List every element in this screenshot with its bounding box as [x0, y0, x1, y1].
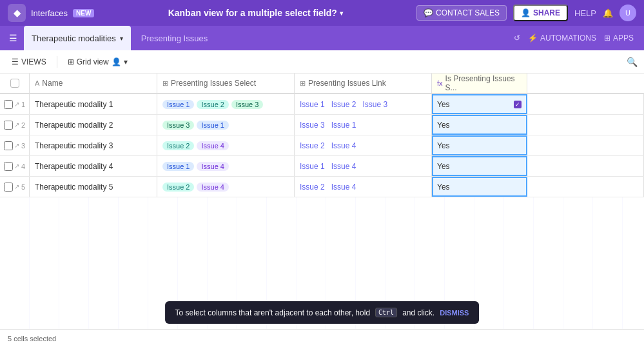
select-tag: Issue 1 [162, 162, 194, 171]
select-tag: Issue 1 [162, 100, 194, 109]
tab-bar: ☰ Therapeutic modalities ▾ Presenting Is… [0, 26, 644, 50]
link-tag[interactable]: Issue 2 [300, 183, 325, 192]
users-icon: 👤 [112, 57, 121, 66]
toast-dismiss-button[interactable]: DISMISS [440, 309, 469, 317]
automations-button[interactable]: ⚡ AUTOMATIONS [528, 34, 596, 43]
cell-link-tags[interactable]: Issue 3Issue 1 [295, 115, 432, 135]
cell-formula[interactable]: Yes ✓ [432, 94, 527, 114]
link-tag[interactable]: Issue 1 [300, 162, 325, 171]
expand-row-icon[interactable]: ↗ [14, 142, 19, 149]
cell-selected-indicator: ✓ [514, 101, 522, 108]
views-button[interactable]: ☰ VIEWS [6, 55, 52, 69]
cell-name[interactable]: Therapeutic modality 5 [30, 177, 157, 197]
grid-header: A Name ⊞ Presenting Issues Select ⊞ Pres… [0, 74, 644, 94]
link-tag[interactable]: Issue 3 [300, 121, 325, 130]
help-button[interactable]: HELP [574, 8, 596, 18]
top-nav: ◆ Interfaces NEW Kanban view for a multi… [0, 0, 644, 26]
select-tag: Issue 2 [162, 141, 194, 150]
select-tag: Issue 3 [162, 121, 194, 130]
title-dropdown-icon[interactable]: ▾ [340, 10, 343, 17]
header-extra-col [527, 74, 644, 93]
cell-select-tags[interactable]: Issue 2Issue 4 [157, 177, 295, 197]
cells-selected-text: 5 cells selected [8, 335, 56, 342]
status-bar: 5 cells selected [0, 329, 644, 347]
cell-extra [527, 135, 644, 155]
page-title: Kanban view for a multiple select field?… [99, 8, 411, 18]
header-checkbox-col[interactable] [0, 74, 30, 93]
tab-bar-right: ↺ ⚡ AUTOMATIONS ⊞ APPS [218, 26, 639, 50]
toolbar-divider [57, 56, 57, 68]
new-badge: NEW [73, 9, 94, 17]
contact-sales-button[interactable]: 💬 CONTACT SALES [416, 5, 507, 21]
header-select-col[interactable]: ⊞ Presenting Issues Select [157, 74, 295, 93]
link-tag[interactable]: Issue 1 [300, 100, 325, 109]
row-checkbox[interactable] [4, 121, 13, 130]
toolbar-right: 🔍 [138, 57, 638, 67]
link-tag[interactable]: Issue 2 [300, 141, 325, 150]
link-tag[interactable]: Issue 4 [331, 141, 356, 150]
cell-select-tags[interactable]: Issue 1Issue 4 [157, 156, 295, 176]
tab-presenting-issues[interactable]: Presenting Issues [133, 26, 215, 50]
row-checkbox[interactable] [4, 100, 13, 109]
cell-link-tags[interactable]: Issue 2Issue 4 [295, 177, 432, 197]
toolbar: ☰ VIEWS ⊞ Grid view 👤 ▾ 🔍 [0, 50, 644, 74]
nav-right-actions: 💬 CONTACT SALES 👤 SHARE HELP 🔔 U [416, 5, 636, 21]
cell-name[interactable]: Therapeutic modality 1 [30, 94, 157, 114]
select-all-checkbox[interactable] [10, 79, 19, 88]
search-button[interactable]: 🔍 [627, 57, 638, 67]
cell-link-tags[interactable]: Issue 2Issue 4 [295, 135, 432, 155]
cell-link-tags[interactable]: Issue 1Issue 2Issue 3 [295, 94, 432, 114]
link-tag[interactable]: Issue 3 [362, 100, 387, 109]
notifications-icon[interactable]: 🔔 [603, 8, 613, 18]
tab-therapeutic-modalities[interactable]: Therapeutic modalities ▾ [24, 26, 131, 50]
cell-extra [527, 115, 644, 135]
expand-row-icon[interactable]: ↗ [14, 183, 19, 190]
link-tag[interactable]: Issue 2 [331, 100, 356, 109]
dropdown-arrow-icon: ▾ [124, 57, 128, 66]
row-checkbox[interactable] [4, 141, 13, 150]
cell-name[interactable]: Therapeutic modality 3 [30, 135, 157, 155]
share-button[interactable]: 👤 SHARE [513, 5, 568, 21]
hamburger-button[interactable]: ☰ [5, 30, 21, 46]
cell-name[interactable]: Therapeutic modality 4 [30, 156, 157, 176]
user-avatar[interactable]: U [620, 5, 636, 21]
link-tag[interactable]: Issue 4 [331, 162, 356, 171]
cell-formula[interactable]: Yes [432, 135, 527, 155]
toast-message: To select columns that aren't adjacent t… [175, 308, 370, 317]
header-name-col[interactable]: A Name [30, 74, 157, 93]
cell-link-tags[interactable]: Issue 1Issue 4 [295, 156, 432, 176]
select-tag: Issue 4 [197, 141, 228, 150]
grid-view-button[interactable]: ⊞ Grid view 👤 ▾ [63, 55, 133, 69]
select-tag: Issue 2 [197, 100, 228, 109]
row-number: ↗ 5 [0, 177, 30, 197]
select-tag: Issue 2 [162, 183, 194, 192]
link-tag[interactable]: Issue 1 [331, 121, 356, 130]
interfaces-label[interactable]: Interfaces [31, 8, 68, 18]
row-checkbox[interactable] [4, 162, 13, 171]
expand-row-icon[interactable]: ↗ [14, 101, 19, 108]
cell-select-tags[interactable]: Issue 1Issue 2Issue 3 [157, 94, 295, 114]
row-number: ↗ 2 [0, 115, 30, 135]
app-logo[interactable]: ◆ [8, 4, 26, 22]
table-row: ↗ 4 Therapeutic modality 4Issue 1Issue 4… [0, 156, 644, 177]
link-tag[interactable]: Issue 4 [331, 183, 356, 192]
select-field-icon: ⊞ [162, 79, 168, 88]
expand-row-icon[interactable]: ↗ [14, 163, 19, 170]
row-number: ↗ 4 [0, 156, 30, 176]
expand-row-icon[interactable]: ↗ [14, 121, 19, 128]
history-button[interactable]: ↺ [514, 34, 520, 43]
cell-name[interactable]: Therapeutic modality 2 [30, 115, 157, 135]
cell-extra [527, 177, 644, 197]
cell-extra [527, 156, 644, 176]
apps-button[interactable]: ⊞ APPS [604, 34, 634, 43]
row-checkbox[interactable] [4, 183, 13, 192]
header-formula-col[interactable]: fx Is Presenting Issues S... [432, 74, 527, 93]
cell-formula[interactable]: Yes [432, 156, 527, 176]
cell-formula[interactable]: Yes [432, 115, 527, 135]
header-link-col[interactable]: ⊞ Presenting Issues Link [295, 74, 432, 93]
grid-view-icon: ⊞ [68, 57, 74, 66]
cell-formula[interactable]: Yes [432, 177, 527, 197]
cell-select-tags[interactable]: Issue 2Issue 4 [157, 135, 295, 155]
table-row: ↗ 1 Therapeutic modality 1Issue 1Issue 2… [0, 94, 644, 115]
cell-select-tags[interactable]: Issue 3Issue 1 [157, 115, 295, 135]
